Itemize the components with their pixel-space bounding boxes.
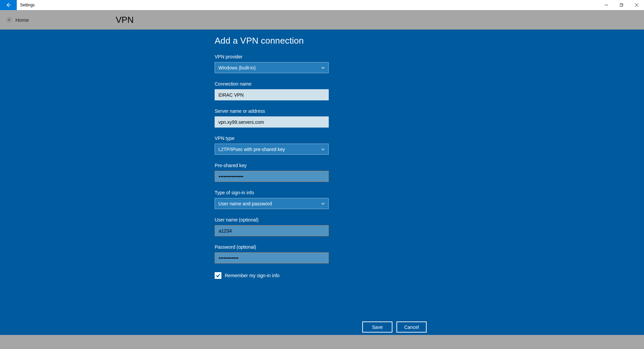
add-vpn-dialog: Add a VPN connection VPN provider Window… — [0, 30, 644, 335]
modal-dim-overlay-bottom — [0, 335, 644, 349]
page-title: VPN — [116, 15, 133, 25]
minimize-button[interactable] — [599, 0, 614, 10]
arrow-left-icon — [6, 2, 11, 8]
vpn-type-select[interactable]: L2TP/IPsec with pre-shared key — [215, 144, 329, 155]
server-address-label: Server name or address — [215, 108, 429, 114]
connection-name-input[interactable] — [215, 89, 329, 100]
svg-point-1 — [8, 19, 10, 21]
signin-type-label: Type of sign-in info — [215, 190, 429, 195]
password-label: Password (optional) — [215, 244, 429, 250]
username-input[interactable] — [215, 225, 329, 236]
signin-type-value: User name and password — [218, 201, 272, 206]
header-bar: Home VPN — [0, 10, 644, 30]
vpn-type-label: VPN type — [215, 136, 429, 141]
cancel-button[interactable]: Cancel — [396, 321, 427, 333]
gear-icon — [6, 17, 12, 23]
vpn-provider-select[interactable]: Windows (built-in) — [215, 62, 329, 73]
window-controls — [599, 0, 644, 10]
remember-signin-label: Remember my sign-in info — [225, 273, 279, 278]
server-address-input[interactable] — [215, 116, 329, 128]
minimize-icon — [605, 3, 608, 7]
maximize-button[interactable] — [614, 0, 629, 10]
vpn-provider-value: Windows (built-in) — [218, 65, 256, 70]
home-link[interactable]: Home — [6, 17, 29, 23]
preshared-key-input[interactable] — [215, 171, 329, 182]
app-title: Settings — [20, 3, 35, 7]
password-input[interactable] — [215, 252, 329, 263]
dialog-title: Add a VPN connection — [215, 36, 429, 46]
svg-rect-0 — [620, 4, 622, 6]
maximize-icon — [620, 3, 623, 7]
close-button[interactable] — [629, 0, 644, 10]
connection-name-label: Connection name — [215, 81, 429, 87]
back-button[interactable] — [0, 0, 17, 10]
vpn-type-value: L2TP/IPsec with pre-shared key — [218, 147, 285, 152]
vpn-provider-label: VPN provider — [215, 54, 429, 59]
close-icon — [635, 3, 638, 7]
save-button[interactable]: Save — [362, 321, 392, 333]
signin-type-select[interactable]: User name and password — [215, 198, 329, 209]
titlebar: Settings — [0, 0, 644, 10]
remember-signin-checkbox[interactable] — [215, 272, 221, 279]
preshared-key-label: Pre-shared key — [215, 163, 429, 168]
checkmark-icon — [216, 273, 220, 278]
chevron-down-icon — [321, 66, 325, 70]
username-label: User name (optional) — [215, 217, 429, 222]
home-label: Home — [15, 17, 29, 23]
chevron-down-icon — [321, 147, 325, 151]
chevron-down-icon — [321, 202, 325, 206]
